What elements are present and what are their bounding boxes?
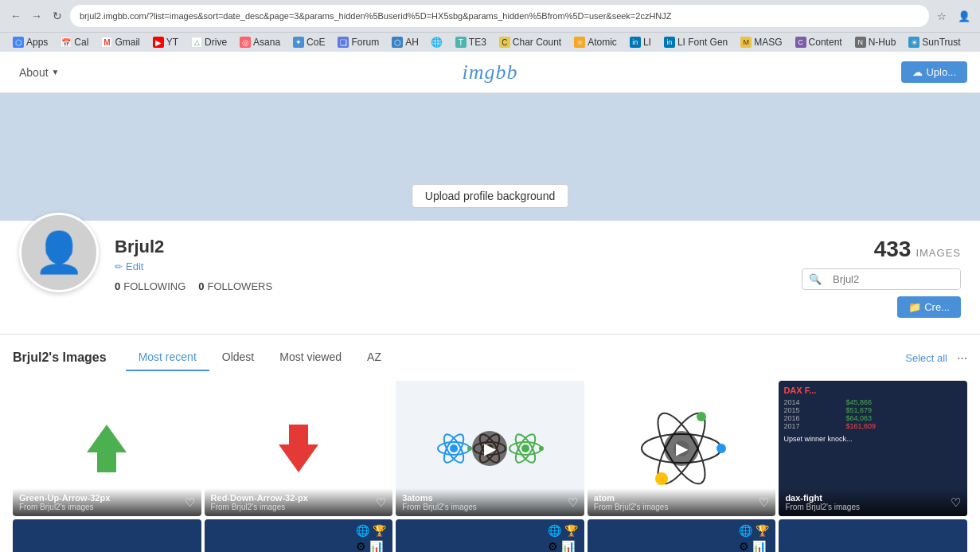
profile-background: Upload profile background — [0, 93, 980, 221]
bookmark-charcount[interactable]: C Char Count — [494, 35, 566, 49]
image-card-3atoms[interactable]: ▶ 3atoms From Brjul2's images ♡ — [396, 381, 584, 516]
forward-button[interactable]: → — [29, 8, 45, 24]
bookmark-lifont[interactable]: in LI Font Gen — [659, 35, 732, 49]
heart-button-red-arrow[interactable]: ♡ — [376, 495, 386, 510]
image-card-atom[interactable]: ▶ atom From Brjul2's images ♡ — [588, 381, 776, 516]
browser-icons: ☆ 👤 — [934, 8, 972, 24]
following-stat: 0 FOLLOWING — [115, 280, 185, 292]
play-button-atom[interactable]: ▶ — [664, 431, 699, 466]
tab-oldest[interactable]: Oldest — [209, 344, 267, 371]
bookmark-globe[interactable]: 🌐 — [427, 35, 447, 49]
about-menu[interactable]: About ▼ — [13, 63, 66, 82]
bookmark-gmail-label: Gmail — [115, 37, 139, 48]
heart-button-dax[interactable]: ♡ — [951, 495, 961, 510]
bookmark-nhub[interactable]: N N-Hub — [850, 35, 901, 49]
image-card-red-arrow[interactable]: Red-Down-Arrow-32-px From Brjul2's image… — [205, 381, 393, 516]
bookmark-sun[interactable]: ☀ SunTrust — [904, 35, 965, 49]
heart-button-3atoms[interactable]: ♡ — [568, 495, 578, 510]
bookmark-cal-label: Cal — [74, 37, 88, 48]
image-card-er-bi2[interactable]: ER BI ENGE 🌐🏆 ⚙📊 — [396, 519, 584, 552]
bookmark-coe[interactable]: ✦ CoE — [288, 35, 330, 49]
bookmark-gmail[interactable]: M Gmail — [96, 35, 144, 49]
image-card-er-bi1[interactable]: ER BI ENGE 🌐🏆 ⚙📊 — [205, 519, 393, 552]
red-arrow-svg — [267, 417, 330, 480]
upload-profile-bg-button[interactable]: Upload profile background — [412, 184, 568, 208]
bookmark-masg-label: MASG — [754, 37, 782, 48]
yt-icon: ▶ — [153, 37, 164, 48]
bi1-thumb: 👤 BI — [13, 519, 201, 552]
dax-caption: Upset winner knock... — [783, 435, 962, 443]
er-bi2-thumb: ER BI ENGE 🌐🏆 ⚙📊 — [396, 519, 584, 552]
followers-label: FOLLOWERS — [207, 280, 272, 292]
card-sub-red-arrow: From Brjul2's images — [211, 503, 387, 511]
svg-marker-0 — [87, 425, 127, 472]
bookmark-yt[interactable]: ▶ YT — [148, 35, 183, 49]
image-card-ctured[interactable]: CTURED — [779, 519, 967, 552]
edit-label: Edit — [126, 260, 143, 272]
er-bi1-thumb: ER BI ENGE 🌐🏆 ⚙📊 — [205, 519, 393, 552]
asana-icon: ◎ — [240, 37, 251, 48]
search-icon: 🔍 — [802, 269, 828, 289]
about-chevron-icon: ▼ — [52, 68, 60, 76]
dax-table: 2014$45,866 2015$51,679 2016$64,063 2017… — [783, 398, 962, 430]
bookmark-lifont-label: LI Font Gen — [677, 37, 728, 48]
bookmark-forum-label: Forum — [351, 37, 379, 48]
bookmark-apps[interactable]: ⬡ Apps — [8, 35, 53, 49]
image-grid-row2: 👤 BI ER BI ENGE 🌐🏆 ⚙📊 — [13, 519, 967, 552]
heart-button-atom[interactable]: ♡ — [759, 495, 769, 510]
bookmark-li[interactable]: in LI — [625, 35, 656, 49]
bookmark-cal[interactable]: 📅 Cal — [56, 35, 93, 49]
refresh-button[interactable]: ↻ — [49, 8, 65, 24]
bookmark-sun-label: SunTrust — [922, 37, 960, 48]
bookmark-drive-label: Drive — [205, 37, 227, 48]
bookmark-asana[interactable]: ◎ Asana — [235, 35, 285, 49]
search-input[interactable] — [828, 269, 961, 289]
address-text: brjul2.imgbb.com/?list=images&sort=date_… — [80, 11, 672, 21]
select-all-button[interactable]: Select all — [905, 352, 947, 364]
address-bar[interactable]: brjul2.imgbb.com/?list=images&sort=date_… — [70, 5, 929, 27]
bookmark-content[interactable]: C Content — [791, 35, 847, 49]
bookmark-atomic[interactable]: ⚛ Atomic — [569, 35, 622, 49]
apps-icon: ⬡ — [13, 37, 24, 48]
back-button[interactable]: ← — [8, 8, 24, 24]
card-title-3atoms: 3atoms — [402, 493, 578, 503]
image-card-green-arrow[interactable]: Green-Up-Arrow-32px From Brjul2's images… — [13, 381, 201, 516]
bookmark-charcount-label: Char Count — [513, 37, 561, 48]
search-box[interactable]: 🔍 — [802, 268, 961, 290]
svg-point-15 — [539, 446, 544, 451]
followers-count: 0 — [198, 280, 204, 292]
bookmark-te3[interactable]: T TE3 — [451, 35, 491, 49]
images-number: 433 — [874, 237, 912, 262]
upload-button-top[interactable]: ☁ Uplo... — [901, 61, 967, 83]
dax-header-text: DAX F... — [783, 386, 962, 395]
follow-stats: 0 FOLLOWING 0 FOLLOWERS — [115, 280, 786, 292]
folder-icon: 📁 — [908, 301, 921, 313]
bookmark-ah[interactable]: ⬡ AH — [387, 35, 424, 49]
bookmark-atomic-label: Atomic — [588, 37, 617, 48]
tab-most-viewed[interactable]: Most viewed — [267, 344, 354, 371]
create-label: Cre... — [924, 301, 950, 313]
bookmark-masg[interactable]: M MASG — [736, 35, 787, 49]
profile-right: 433 IMAGES 🔍 📁 Cre... — [802, 237, 961, 318]
image-card-bi1[interactable]: 👤 BI — [13, 519, 201, 552]
card-info-dax: dax-fight From Brjul2's images — [779, 488, 967, 516]
profile-icon[interactable]: 👤 — [956, 8, 972, 24]
edit-button[interactable]: ✏ Edit — [115, 260, 786, 272]
card-sub-3atoms: From Brjul2's images — [402, 503, 578, 511]
image-card-dax[interactable]: DAX F... 2014$45,866 2015$51,679 2016$64… — [779, 381, 967, 516]
er-bi3-icons: 🌐🏆 ⚙📊 — [739, 524, 771, 552]
more-icon[interactable]: ⋯ — [957, 352, 967, 364]
star-icon[interactable]: ☆ — [934, 8, 950, 24]
tab-most-recent[interactable]: Most recent — [126, 344, 209, 371]
bookmarks-bar: ⬡ Apps 📅 Cal M Gmail ▶ YT △ Drive ◎ Asan… — [0, 32, 980, 52]
bookmark-nhub-label: N-Hub — [869, 37, 896, 48]
top-nav: About ▼ imgbb ☁ Uplo... — [0, 52, 980, 93]
li-icon: in — [630, 37, 641, 48]
bookmark-forum[interactable]: ❑ Forum — [333, 35, 384, 49]
create-button[interactable]: 📁 Cre... — [897, 296, 961, 318]
tab-az[interactable]: AZ — [354, 344, 394, 371]
profile-name: Brjul2 — [115, 237, 786, 257]
heart-button-green-arrow[interactable]: ♡ — [185, 495, 195, 510]
bookmark-drive[interactable]: △ Drive — [186, 35, 232, 49]
image-card-er-bi3[interactable]: ER BI ENGE 🌐🏆 ⚙📊 — [588, 519, 776, 552]
